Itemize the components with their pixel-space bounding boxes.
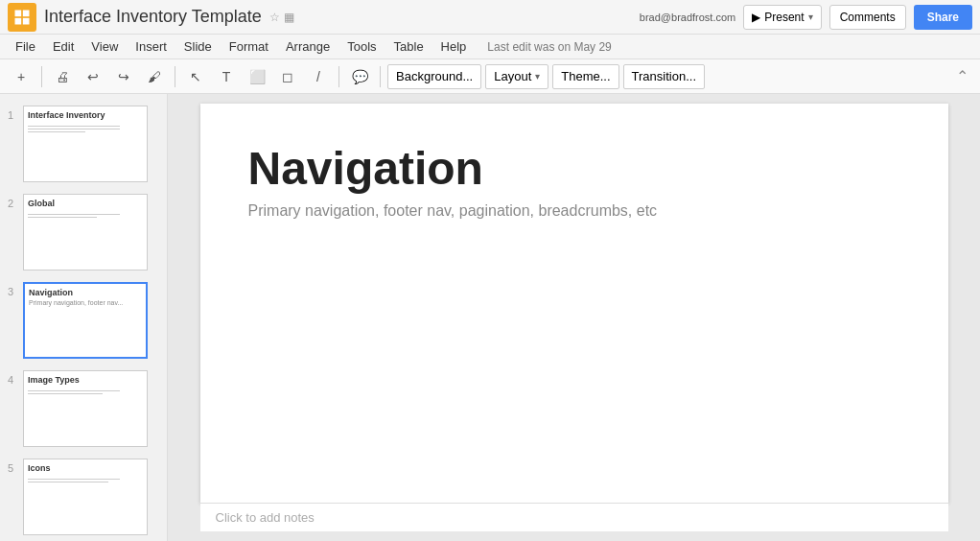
slide-main-subtitle: Primary navigation, footer nav, paginati… [248,202,900,220]
slide-item-2[interactable]: 2 Global [0,190,167,274]
menu-format[interactable]: Format [222,37,276,56]
image-button[interactable]: ⬜ [244,63,270,90]
slide-item-4[interactable]: 4 Image Types [0,366,167,451]
menu-slide[interactable]: Slide [176,37,220,56]
transition-dropdown[interactable]: Transition... [623,64,705,89]
main-content: 1 Interface Inventory 2 Global [0,94,980,541]
title-icons: ☆ ▦ [269,11,294,24]
app-icon [8,3,36,32]
topbar-left: Interface Inventory Template ☆ ▦ [8,3,294,32]
menubar: File Edit View Insert Slide Format Arran… [0,35,980,59]
slide-thumb-3: Navigation Primary navigation, footer na… [23,282,148,359]
theme-dropdown[interactable]: Theme... [552,64,618,89]
menu-edit[interactable]: Edit [45,37,82,56]
slide-item-5[interactable]: 5 Icons [0,455,167,539]
paint-button[interactable]: 🖌 [141,63,168,90]
svg-rect-2 [15,17,22,24]
menu-table[interactable]: Table [386,37,432,56]
collapse-toolbar-button[interactable]: ⌃ [951,66,972,87]
svg-rect-0 [15,10,22,16]
toolbar-right: ⌃ [951,66,972,87]
user-email: brad@bradfrost.com [640,12,735,23]
slide-thumb-4: Image Types [23,370,148,447]
menu-tools[interactable]: Tools [339,37,384,56]
svg-rect-3 [23,17,30,24]
menu-view[interactable]: View [83,37,126,56]
slide-item-3[interactable]: 3 Navigation Primary navigation, footer … [0,278,167,363]
line-button[interactable]: / [305,63,332,90]
share-button[interactable]: Share [914,5,972,30]
layout-chevron: ▾ [535,71,540,82]
layout-dropdown[interactable]: Layout ▾ [485,64,548,89]
text-button[interactable]: T [213,63,240,90]
undo-button[interactable]: ↩ [80,63,106,90]
comment-button[interactable]: 💬 [346,63,373,90]
last-edit: Last edit was on May 29 [487,40,611,54]
shapes-button[interactable]: ◻ [274,63,301,90]
toolbar-separator-2 [175,66,175,87]
present-icon: ▶ [752,11,760,24]
folder-icon[interactable]: ▦ [284,11,294,24]
notes-area[interactable]: Click to add notes [200,503,948,531]
canvas-area: Navigation Primary navigation, footer na… [168,94,980,541]
slide-panel: 1 Interface Inventory 2 Global [0,94,168,541]
menu-help[interactable]: Help [433,37,475,56]
star-icon[interactable]: ☆ [269,11,280,24]
present-chevron: ▾ [808,12,813,22]
slide-item-1[interactable]: 1 Interface Inventory [0,102,167,186]
slide-canvas[interactable]: Navigation Primary navigation, footer na… [200,104,948,503]
document-title[interactable]: Interface Inventory Template [44,7,262,27]
slide-main-title: Navigation [248,142,900,195]
toolbar-separator-3 [338,66,339,87]
slide-thumb-5: Icons [23,459,148,535]
menu-arrange[interactable]: Arrange [278,37,338,56]
topbar-right: brad@bradfrost.com ▶ Present ▾ Comments … [640,5,972,30]
background-dropdown[interactable]: Background... [387,64,481,89]
slide-thumb-1: Interface Inventory [23,106,148,182]
redo-button[interactable]: ↪ [110,63,137,90]
notes-placeholder: Click to add notes [216,510,315,525]
toolbar-separator [41,66,42,87]
menu-insert[interactable]: Insert [128,37,175,56]
add-button[interactable]: + [8,63,35,90]
menu-file[interactable]: File [8,37,43,56]
comments-button[interactable]: Comments [829,5,906,30]
svg-rect-1 [23,10,30,16]
select-button[interactable]: ↖ [182,63,209,90]
toolbar-separator-4 [380,66,381,87]
toolbar: + 🖨 ↩ ↪ 🖌 ↖ T ⬜ ◻ / 💬 Background... Layo… [0,59,980,94]
present-button[interactable]: ▶ Present ▾ [743,5,821,30]
topbar: Interface Inventory Template ☆ ▦ brad@br… [0,0,980,35]
print-button[interactable]: 🖨 [49,63,76,90]
slide-thumb-2: Global [23,194,148,270]
